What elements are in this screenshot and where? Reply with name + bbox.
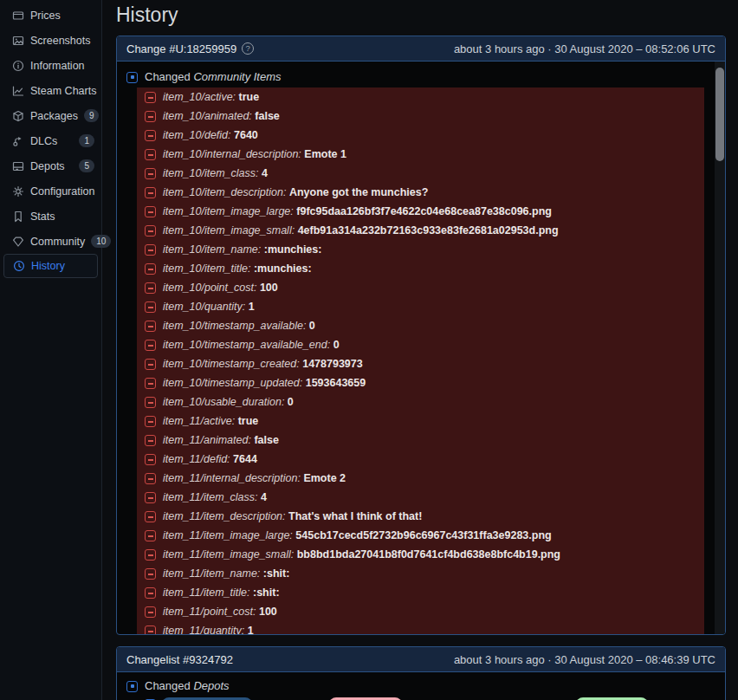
minus-icon [145, 225, 156, 237]
minus-icon [145, 530, 156, 541]
minus-icon [145, 301, 156, 313]
minus-icon [145, 473, 156, 484]
change-title-link[interactable]: Change #U:18259959 ? [126, 42, 254, 55]
changelist-panel-body: Changed Depots branches/public /timeupda… [117, 672, 725, 700]
minus-icon [145, 511, 156, 522]
removed-row: item_11/active: true [137, 412, 704, 431]
count-badge: 5 [79, 159, 94, 172]
removed-row: item_10/item_name: :munchies: [137, 240, 704, 259]
removed-row: item_10/usable_duration: 0 [137, 392, 704, 412]
sidebar-item-label: History [31, 260, 65, 272]
sidebar-item-steam-charts[interactable]: Steam Charts [0, 78, 101, 103]
collapse-toggle-icon[interactable] [126, 681, 138, 692]
gear-icon [12, 185, 24, 198]
removed-row: item_11/item_image_large: 545cb17cecd5f2… [137, 526, 704, 545]
removed-row: item_11/item_class: 4 [137, 488, 704, 507]
changed-section-line: Changed Depots [126, 677, 725, 695]
chart-line-icon [12, 85, 24, 97]
minus-icon [145, 187, 156, 198]
sidebar: Prices Screenshots Information Steam Cha… [0, 0, 102, 700]
removed-row: item_11/animated: false [137, 431, 704, 450]
removed-row: item_10/item_class: 4 [137, 164, 704, 183]
changelist-timestamp: about 3 hours ago · 30 August 2020 – 08:… [454, 653, 715, 666]
removed-row: item_11/item_title: :shit: [137, 583, 704, 602]
minus-icon [145, 606, 156, 618]
depot-icon [12, 160, 24, 172]
minus-icon [145, 282, 156, 294]
count-badge: 9 [84, 109, 100, 122]
section-target: Community Items [193, 70, 281, 83]
minus-icon [145, 587, 156, 599]
minus-icon [145, 549, 156, 561]
sidebar-item-packages[interactable]: Packages 9 [0, 103, 101, 128]
sidebar-item-dlcs[interactable]: DLCs 1 [0, 128, 101, 153]
sidebar-item-label: Steam Charts [30, 85, 96, 97]
removed-row: item_10/item_description: Anyone got the… [137, 183, 704, 202]
removed-row: item_10/animated: false [137, 107, 704, 126]
minus-icon [145, 206, 156, 217]
sidebar-item-information[interactable]: Information [0, 53, 101, 78]
changed-section-line: Changed Community Items [126, 68, 725, 86]
credit-card-icon [12, 10, 24, 22]
removed-row: item_10/item_image_small: 4efb91a314a232… [137, 221, 704, 240]
page-title: History [116, 3, 726, 27]
minus-icon [145, 625, 156, 635]
sidebar-item-configuration[interactable]: Configuration [0, 178, 101, 204]
sidebar-item-label: Prices [30, 10, 61, 22]
dlc-icon [12, 135, 24, 147]
changelist-panel-header: Changelist #9324792 about 3 hours ago · … [117, 647, 725, 672]
minus-icon [145, 378, 156, 389]
cube-icon [12, 110, 24, 122]
sidebar-item-history[interactable]: History [3, 254, 98, 278]
count-badge: 1 [79, 134, 94, 147]
removed-row: item_11/quantity: 1 [137, 621, 704, 634]
sidebar-item-screenshots[interactable]: Screenshots [0, 28, 101, 53]
minus-icon [145, 568, 156, 580]
removed-row: item_11/item_image_small: bb8bd1bda27041… [137, 545, 704, 564]
minus-icon [145, 149, 156, 160]
change-panel-body: Changed Community Items item_10/active: … [117, 62, 725, 634]
sidebar-item-prices[interactable]: Prices [0, 3, 101, 28]
help-icon[interactable]: ? [242, 42, 254, 55]
change-panel-header: Change #U:18259959 ? about 3 hours ago ·… [117, 36, 725, 62]
scrollbar-track[interactable] [715, 62, 725, 634]
scrollbar-thumb[interactable] [715, 68, 724, 161]
sidebar-item-label: Packages [30, 110, 78, 122]
minus-icon [145, 359, 156, 370]
removed-row: item_10/quantity: 1 [137, 297, 704, 316]
minus-icon [145, 492, 156, 503]
minus-icon [145, 321, 156, 332]
sidebar-item-label: Configuration [30, 185, 94, 198]
removed-row: item_10/timestamp_updated: 1593643659 [137, 373, 704, 392]
sidebar-item-label: Depots [30, 160, 65, 172]
minus-icon [145, 263, 156, 275]
minus-icon [145, 92, 156, 103]
sidebar-item-depots[interactable]: Depots 5 [0, 153, 101, 178]
removed-row: item_11/item_name: :shit: [137, 564, 704, 583]
removed-row: item_10/timestamp_created: 1478793973 [137, 354, 704, 373]
changelist-title-link[interactable]: Changelist #9324792 [126, 653, 233, 666]
removed-row: item_11/defid: 7644 [137, 450, 704, 469]
modified-row: branches/public /timeupdated: 1598505104… [137, 695, 725, 700]
removed-row: item_11/point_cost: 100 [137, 602, 704, 621]
sidebar-item-label: Stats [30, 211, 55, 223]
sidebar-item-label: Information [30, 60, 85, 72]
sidebar-item-label: DLCs [30, 135, 57, 147]
bookmark-icon [12, 211, 24, 223]
removed-row: item_11/item_description: That's what I … [137, 507, 704, 526]
sidebar-item-community[interactable]: Community 10 [0, 229, 101, 254]
removed-row: item_10/timestamp_available_end: 0 [137, 335, 704, 354]
removed-row: item_10/timestamp_available: 0 [137, 316, 704, 335]
image-icon [12, 35, 24, 47]
sidebar-item-stats[interactable]: Stats [0, 204, 101, 229]
minus-icon [145, 111, 156, 122]
minus-icon [145, 340, 156, 351]
collapse-toggle-icon[interactable] [126, 72, 138, 83]
main-content: History Change #U:18259959 ? about 3 hou… [103, 0, 738, 700]
removed-row: item_10/defid: 7640 [137, 126, 704, 145]
removed-row: item_10/item_image_large: f9fc95daa126bf… [137, 202, 704, 221]
removed-items-list: item_10/active: true item_10/animated: f… [137, 88, 704, 634]
minus-icon [145, 244, 156, 256]
gem-icon [12, 236, 24, 248]
removed-row: item_10/internal_description: Emote 1 [137, 145, 704, 164]
